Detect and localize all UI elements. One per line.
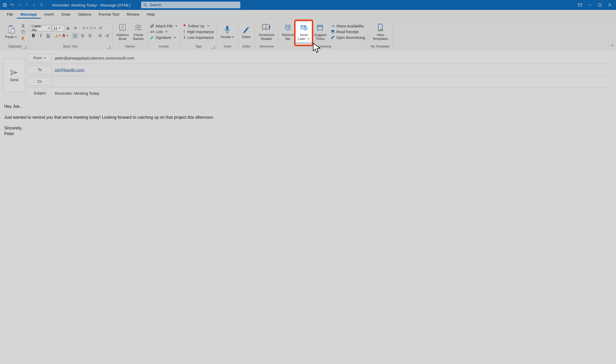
close-icon[interactable] — [605, 1, 614, 9]
svg-point-0 — [144, 4, 146, 6]
clipboard-launcher-icon[interactable] — [23, 45, 26, 49]
cut-icon[interactable] — [20, 23, 26, 28]
cc-button[interactable]: Cc — [28, 77, 52, 86]
copy-icon[interactable] — [20, 29, 26, 35]
message-body[interactable]: Hey Joe, Just wanted to remind you that … — [3, 99, 612, 141]
highlight-icon[interactable] — [55, 33, 61, 39]
high-importance-button[interactable]: High Importance — [182, 29, 215, 34]
numbering-icon[interactable]: 123 — [90, 25, 96, 31]
svg-rect-9 — [23, 31, 25, 34]
svg-point-7 — [23, 26, 24, 27]
group-editor: Editor Editor — [238, 20, 255, 49]
paste-icon — [7, 25, 15, 34]
bold-icon[interactable]: B — [30, 33, 37, 39]
tab-options[interactable]: Options — [74, 10, 95, 19]
previous-icon[interactable] — [24, 2, 30, 8]
send-later-button[interactable]: Send Later — [296, 22, 312, 42]
link-button[interactable]: Link — [149, 29, 178, 34]
title-bar: Reminder: Meeting Today - Message (HTML)… — [0, 0, 616, 10]
tab-file[interactable]: File — [3, 10, 17, 19]
read-receipt-button[interactable]: Read Receipt — [330, 29, 366, 34]
body-line: Just wanted to remind you that we're mee… — [4, 115, 611, 120]
underline-icon[interactable]: U — [45, 33, 51, 39]
group-templates: View Templates My Templates — [368, 20, 393, 49]
check-names-button[interactable]: Check Names — [131, 22, 146, 42]
subject-row: Subject Reminder: Meeting Today — [28, 87, 612, 99]
subject-value[interactable]: Reminder: Meeting Today — [55, 91, 100, 96]
italic-icon[interactable]: I — [38, 33, 44, 39]
window-buttons — [575, 1, 614, 9]
font-name-select[interactable]: Calibri (Bo — [30, 25, 51, 31]
microphone-icon — [224, 25, 230, 34]
open-boomerang-button[interactable]: Open Boomerang — [330, 35, 366, 40]
customize-qat-icon[interactable] — [38, 2, 45, 8]
dictate-button[interactable]: Dictate — [218, 24, 236, 40]
bullets-icon[interactable] — [83, 25, 89, 31]
attach-file-button[interactable]: Attach File — [149, 23, 178, 29]
to-button[interactable]: To — [28, 65, 52, 74]
editor-button[interactable]: Editor — [240, 24, 253, 40]
cc-row: Cc — [28, 76, 612, 87]
grow-font-icon[interactable]: A˄ — [65, 25, 72, 31]
align-left-icon[interactable] — [72, 33, 78, 39]
svg-rect-1 — [578, 4, 582, 6]
tab-format-text[interactable]: Format Text — [95, 10, 123, 19]
group-label-immersive: Immersive — [257, 44, 276, 49]
body-line: Peter — [4, 131, 611, 137]
send-button[interactable]: Send — [3, 59, 25, 92]
view-templates-button[interactable]: View Templates — [370, 22, 390, 42]
group-label-names: Names — [114, 44, 146, 49]
low-importance-button[interactable]: Low Importance — [182, 35, 215, 40]
font-size-select[interactable]: 11 — [52, 25, 64, 31]
clear-formatting-icon[interactable]: A⁄ — [97, 25, 103, 31]
send-later-icon — [300, 23, 307, 32]
address-book-button[interactable]: Address Book — [114, 22, 131, 42]
align-right-icon[interactable] — [87, 33, 93, 39]
search-box[interactable]: Search — [141, 2, 240, 8]
svg-text:3: 3 — [90, 28, 91, 30]
group-names: Address Book Check Names Names — [113, 20, 148, 49]
from-button[interactable]: From — [28, 54, 52, 62]
check-names-icon — [134, 23, 143, 32]
tab-review[interactable]: Review — [123, 10, 143, 19]
format-painter-icon[interactable] — [20, 35, 26, 41]
group-label-basic-text: Basic Text — [30, 44, 111, 49]
compose-area: Send From peter@pineapplepizzalovers.onm… — [0, 50, 616, 141]
group-label-editor: Editor — [240, 44, 253, 49]
signature-button[interactable]: Signature — [149, 35, 178, 40]
ribbon-display-icon[interactable] — [575, 1, 585, 9]
tags-launcher-icon[interactable] — [211, 45, 214, 49]
editor-icon — [243, 25, 250, 34]
redo-icon[interactable] — [16, 2, 23, 8]
paste-button[interactable]: Paste — [3, 24, 19, 40]
tab-draw[interactable]: Draw — [58, 10, 74, 19]
minimize-icon[interactable] — [585, 1, 595, 9]
decrease-indent-icon[interactable] — [97, 33, 103, 39]
follow-up-button[interactable]: Follow Up — [182, 23, 215, 29]
book-speaker-icon — [262, 23, 271, 32]
link-icon — [150, 30, 154, 33]
to-value[interactable]: joe@baydin.com; — [55, 68, 85, 72]
from-value[interactable]: peter@pineapplepizzalovers.onmicrosoft.c… — [55, 56, 134, 60]
svg-rect-21 — [226, 26, 228, 30]
remind-me-button[interactable]: Remind Me — [280, 22, 296, 42]
maximize-icon[interactable] — [595, 1, 605, 9]
immersive-reader-button[interactable]: Immersive Reader — [257, 22, 276, 42]
group-basic-text: Calibri (Bo 11 A˄ A˅ 123 A⁄ B I U A — [28, 20, 113, 49]
body-line: Sincerely, — [4, 125, 611, 131]
basic-text-launcher-icon[interactable] — [107, 45, 110, 49]
tab-insert[interactable]: Insert — [41, 10, 58, 19]
share-availability-button[interactable]: Share Availability — [330, 23, 366, 29]
next-icon[interactable] — [31, 2, 38, 8]
collapse-ribbon-icon[interactable] — [611, 43, 614, 48]
tab-help[interactable]: Help — [143, 10, 159, 19]
increase-indent-icon[interactable] — [104, 33, 110, 39]
save-icon[interactable] — [2, 2, 8, 8]
suggest-times-button[interactable]: Suggest Times — [312, 22, 328, 42]
shrink-font-icon[interactable]: A˅ — [73, 25, 79, 31]
font-color-icon[interactable]: A — [62, 33, 68, 39]
undo-icon[interactable] — [9, 2, 16, 8]
ribbon-tabs: File Message Insert Draw Options Format … — [0, 10, 616, 19]
align-center-icon[interactable] — [79, 33, 86, 39]
tab-message[interactable]: Message — [17, 10, 40, 19]
